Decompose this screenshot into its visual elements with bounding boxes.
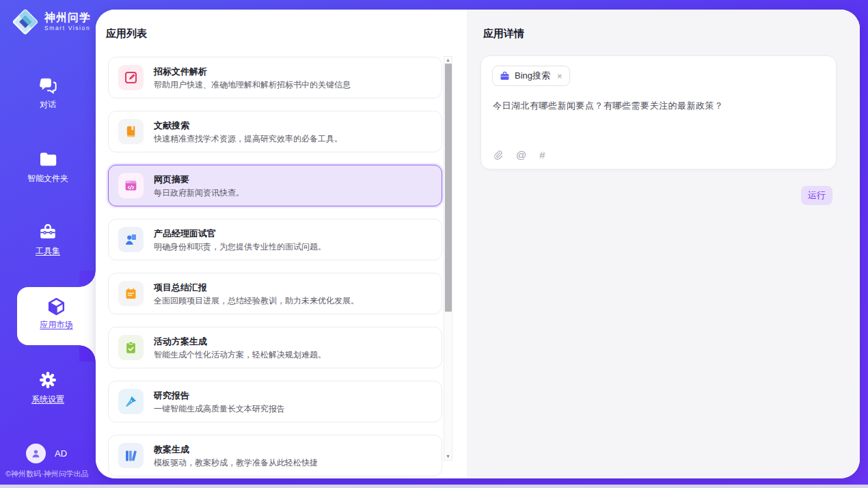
user-account[interactable]: AD <box>26 444 67 463</box>
sidebar-item-smart-folder[interactable]: 智能文件夹 <box>0 149 96 185</box>
scrollbar-thumb[interactable] <box>445 64 452 312</box>
sidebar-item-label: 系统设置 <box>31 394 64 405</box>
app-card-desc: 明确身份和职责，为您提供专业性的面试问题。 <box>154 243 326 251</box>
mention-icon[interactable]: @ <box>516 150 526 160</box>
scrollbar-down-arrow-icon[interactable]: ▼ <box>444 453 452 460</box>
main-panel: 应用列表 招标文件解析 帮助用户快速、准确地理解和解析招标书中的关键信息 文献搜… <box>96 10 860 478</box>
sidebar-item-label: 工具集 <box>36 245 60 257</box>
avatar <box>26 444 46 463</box>
app-card-desc: 帮助用户快速、准确地理解和解析招标书中的关键信息 <box>154 81 351 89</box>
input-toolbar: @ # <box>493 150 545 160</box>
brand-logo: 神州问学 Smart Vision <box>11 8 91 36</box>
tag-close-icon[interactable]: × <box>557 72 562 81</box>
sidebar-item-app-market[interactable]: 应用市场 <box>17 287 96 345</box>
sidebar-item-label: 应用市场 <box>40 319 73 331</box>
app-card[interactable]: 招标文件解析 帮助用户快速、准确地理解和解析招标书中的关键信息 <box>108 57 442 98</box>
toolbox-icon <box>38 221 58 242</box>
pen-square-icon <box>118 65 144 90</box>
tool-tag-label: Bing搜索 <box>515 70 550 82</box>
paperclip-icon[interactable] <box>493 150 503 160</box>
book-icon <box>118 119 144 144</box>
app-card-title: 研究报告 <box>154 391 285 400</box>
brand-title: 神州问学 <box>44 12 91 23</box>
sidebar: 神州问学 Smart Vision 对话 智能文件夹 工具集 <box>0 0 96 488</box>
browser-code-icon <box>118 173 144 198</box>
query-text[interactable]: 今日湖北有哪些新闻要点？有哪些需要关注的最新政策？ <box>493 99 825 113</box>
query-card: Bing搜索 × 今日湖北有哪些新闻要点？有哪些需要关注的最新政策？ @ # <box>480 55 837 170</box>
app-card-list: 招标文件解析 帮助用户快速、准确地理解和解析招标书中的关键信息 文献搜索 快速精… <box>108 57 442 478</box>
app-card-desc: 模板驱动，教案秒成，教学准备从此轻松快捷 <box>154 459 318 467</box>
user-doc-icon <box>118 227 144 252</box>
app-list-title: 应用列表 <box>106 27 147 40</box>
scrollbar-up-arrow-icon[interactable]: ▲ <box>444 57 452 64</box>
sidebar-item-label: 智能文件夹 <box>27 173 68 185</box>
app-card-desc: 智能生成个性化活动方案，轻松解决规划难题。 <box>154 351 326 359</box>
ink-pen-icon <box>118 389 144 414</box>
brand-subtitle: Smart Vision <box>44 25 91 31</box>
copyright-footer: ©神州数码·神州问学出品 <box>5 469 89 479</box>
app-card-desc: 每日政府新闻资讯快查。 <box>154 189 244 197</box>
user-name: AD <box>55 448 67 459</box>
app-card-title: 教案生成 <box>154 445 318 454</box>
app-card[interactable]: 活动方案生成 智能生成个性化活动方案，轻松解决规划难题。 <box>108 327 442 368</box>
sidebar-item-label: 对话 <box>40 99 56 111</box>
app-card-desc: 快速精准查找学术资源，提高研究效率的必备工具。 <box>154 135 342 143</box>
hash-icon[interactable]: # <box>539 150 545 160</box>
gear-icon <box>38 370 58 390</box>
app-list-panel: 应用列表 招标文件解析 帮助用户快速、准确地理解和解析招标书中的关键信息 文献搜… <box>96 10 467 478</box>
app-card[interactable]: 教案生成 模板驱动，教案秒成，教学准备从此轻松快捷 <box>108 435 442 476</box>
window-bottom-edge <box>0 485 868 488</box>
cube-icon <box>46 296 67 317</box>
calendar-note-icon <box>118 281 144 306</box>
folder-icon <box>38 149 58 170</box>
run-button[interactable]: 运行 <box>801 186 832 205</box>
app-card[interactable]: 产品经理面试官 明确身份和职责，为您提供专业性的面试问题。 <box>108 219 442 260</box>
books-icon <box>118 443 144 468</box>
app-list-scrollbar[interactable]: ▲ ▼ <box>444 56 452 461</box>
app-card[interactable]: 项目总结汇报 全面回顾项目进展，总结经验教训，助力未来优化发展。 <box>108 273 442 314</box>
sidebar-item-toolset[interactable]: 工具集 <box>0 221 96 257</box>
sidebar-item-settings[interactable]: 系统设置 <box>0 370 96 405</box>
app-card-title: 活动方案生成 <box>154 337 326 346</box>
app-card-title: 产品经理面试官 <box>154 229 326 238</box>
app-card[interactable]: 网页摘要 每日政府新闻资讯快查。 <box>108 165 442 206</box>
chat-icon <box>38 75 58 96</box>
app-card-title: 文献搜索 <box>154 121 342 130</box>
app-detail-panel: 应用详情 Bing搜索 × 今日湖北有哪些新闻要点？有哪些需要关注的最新政策？ … <box>467 10 860 478</box>
app-detail-title: 应用详情 <box>483 27 524 40</box>
person-icon <box>30 448 42 459</box>
app-card-title: 项目总结汇报 <box>154 283 359 292</box>
sidebar-item-chat[interactable]: 对话 <box>0 75 96 111</box>
app-card-title: 招标文件解析 <box>154 67 351 76</box>
app-card[interactable]: 文献搜索 快速精准查找学术资源，提高研究效率的必备工具。 <box>108 111 442 152</box>
app-card-title: 网页摘要 <box>154 175 244 184</box>
clipboard-check-icon <box>118 335 144 360</box>
tool-tag-bing-search[interactable]: Bing搜索 × <box>492 66 570 86</box>
app-card[interactable]: 研究报告 一键智能生成高质量长文本研究报告 <box>108 381 442 422</box>
briefcase-icon <box>500 71 510 81</box>
app-card-desc: 全面回顾项目进展，总结经验教训，助力未来优化发展。 <box>154 297 359 305</box>
diamond-logo-icon <box>11 8 40 36</box>
app-card-desc: 一键智能生成高质量长文本研究报告 <box>154 405 285 413</box>
